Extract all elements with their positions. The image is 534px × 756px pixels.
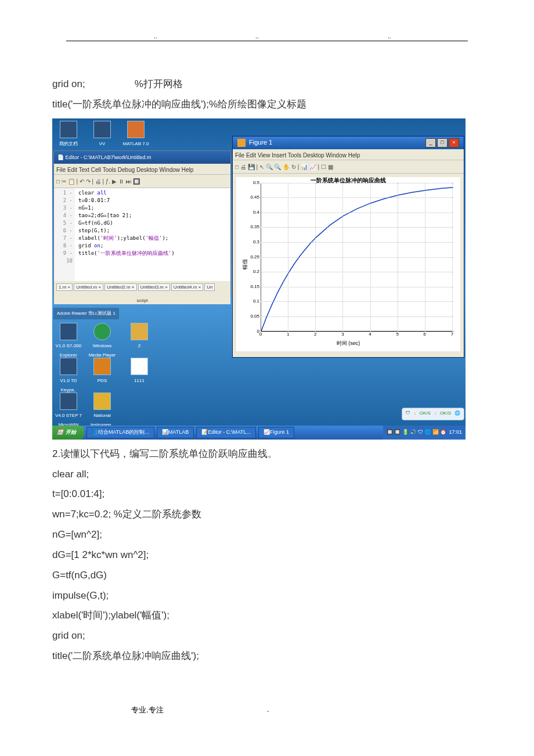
xtick: 3 (341, 330, 344, 339)
code-text: grid on; (52, 78, 85, 89)
editor-tabs[interactable]: 1.m ×Untitled.m ×Untitled2.m ×Untitled3.… (54, 281, 230, 295)
taskbar-button[interactable]: 📈 Figure 1 (258, 427, 294, 438)
code-line: grid on; (52, 626, 482, 646)
code-line: grid on; %打开网格 (52, 74, 482, 95)
code-line: title('一阶系统单位脉冲的响应曲线');%给所绘图像定义标题 (52, 95, 482, 115)
ytick: 0 (247, 326, 259, 336)
ytick: 0.4 (247, 208, 259, 217)
plot-area: 一阶系统单位脉冲的响应曲线 幅值 时间 (sec) 00.050.10.150.… (236, 177, 460, 351)
taskbar-button[interactable]: 📊 MATLAB (157, 427, 194, 438)
header-dot: .. (255, 33, 259, 39)
code-block: clear all;t=[0:0.01:4];wn=7;kc=0.2; %定义二… (52, 465, 482, 667)
xtick: 7 (451, 330, 453, 339)
xtick: 4 (369, 330, 371, 339)
taskbar[interactable]: 🪟 开始 📘 结合MATLAB的控制... 📊 MATLAB 📝 Editor … (52, 426, 466, 440)
header-dot: .. (154, 33, 157, 39)
matlab-icon (237, 139, 246, 147)
figure-window[interactable]: Figure 1 _ □ × File Edit View Insert Too… (232, 136, 464, 358)
figure-titlebar[interactable]: Figure 1 _ □ × (233, 136, 464, 149)
header-rule (66, 41, 468, 41)
desktop-icon[interactable]: V1.0 S7-200 Explorer (55, 323, 82, 361)
code-line: wn=7;kc=0.2; %定义二阶系统参数 (52, 505, 482, 525)
editor-status: script (54, 295, 230, 304)
editor-tab[interactable]: Untitled4.m × (171, 283, 203, 291)
editor-tab[interactable]: Un (204, 283, 215, 291)
code-line: clear all; (52, 465, 482, 485)
desktop-icon[interactable]: 我的文档 (55, 121, 82, 149)
matlab-screenshot: 我的文档 VV MATLAB 7.0 Adobe Reader 市Li.测试题 … (52, 118, 466, 440)
desktop-icon[interactable]: VV (88, 121, 116, 149)
ytick: 0.2 (247, 267, 259, 276)
desktop-icon[interactable]: MATLAB 7.0 (122, 121, 150, 149)
maximize-button[interactable]: □ (437, 138, 448, 147)
desktop-icon[interactable]: Windows Media Player (88, 323, 116, 361)
ytick: 0.35 (247, 222, 259, 232)
close-button[interactable]: × (449, 138, 459, 147)
taskbar-button[interactable]: 📘 结合MATLAB的控制... (86, 427, 154, 438)
status-pill: 🛡↓ OK/S↓ OK/S 🌐 (402, 408, 464, 420)
editor-body[interactable]: clear allt=0:0.01:7nG=1;tao=2;dG=[tao 2]… (75, 188, 178, 281)
code-line: t=[0:0.01:4]; (52, 484, 482, 505)
app-label: Adobe Reader 市Li.测试题 1 (53, 308, 119, 319)
header-dot: .. (388, 33, 391, 39)
ytick: 0.1 (247, 297, 259, 306)
xtick: 5 (396, 330, 398, 339)
shield-icon: 🛡 (406, 409, 410, 418)
xtick: 6 (424, 330, 426, 339)
code-line: impulse(G,t); (52, 586, 482, 606)
ytick: 0.45 (247, 193, 259, 202)
ytick: 0.25 (247, 252, 259, 261)
editor-tab[interactable]: Untitled3.m × (138, 283, 170, 291)
globe-icon: 🌐 (454, 409, 460, 418)
editor-titlebar[interactable]: 📄 Editor - C:\MATLAB7\work\Untitled.m (54, 151, 230, 164)
desktop-icon[interactable]: V1.0 TD Keypa.. (55, 358, 82, 395)
code-text: title('一阶系统单位脉冲的响应曲线'); (52, 99, 209, 110)
page-footer: 专业.专注 . (0, 705, 534, 715)
editor-tab[interactable]: Untitled.m × (74, 283, 103, 291)
code-line: title('二阶系统单位脉冲响应曲线'); (52, 646, 482, 667)
editor-tab[interactable]: 1.m × (56, 283, 73, 291)
code-comment: %打开网格 (135, 78, 183, 89)
desktop-icon[interactable]: National Instrumen.. (88, 393, 116, 430)
editor-gutter: 1 -2 -3 -4 -5 -6 -7 -8 -9 -10 (54, 188, 75, 281)
figure-toolbar[interactable]: □ 🖨 💾 | ↖ 🔍 🔍 ✋ ↻ | 📊 📈 | ☐ ▦ (233, 160, 464, 174)
code-line: xlabel('时间');ylabel('幅值'); (52, 606, 482, 626)
desktop-icon[interactable]: PDS (88, 358, 116, 386)
figure-menubar[interactable]: File Edit View Insert Tools Desktop Wind… (233, 149, 464, 160)
system-tray[interactable]: 🔲 🔲 🔋 🔊 🛡 🌐 📶 ⏰ 17:01 (383, 426, 466, 440)
editor-toolbar[interactable]: □ ✂ 📋 | ↶ ↷ | 🖨 | ƒ. ▶ ⏸ ⏭ 🔲 (54, 175, 230, 188)
ytick: 0.5 (247, 178, 259, 187)
code-line: G=tf(nG,dG) (52, 566, 482, 586)
ytick: 0.3 (247, 237, 259, 247)
ytick: 0.05 (247, 312, 259, 321)
editor-tab[interactable]: Untitled2.m × (104, 283, 136, 291)
code-comment: %给所绘图像定义标题 (209, 99, 306, 110)
desktop-icon[interactable]: 2 (125, 323, 153, 351)
xtick: 1 (287, 330, 289, 339)
xtick: 2 (314, 330, 316, 339)
minimize-button[interactable]: _ (425, 138, 436, 147)
start-button[interactable]: 🪟 开始 (52, 426, 84, 440)
code-line: dG=[1 2*kc*wn wn^2]; (52, 545, 482, 566)
question-text: 2.读懂以下代码，编写二阶系统单位阶跃响应曲线。 (52, 444, 482, 465)
editor-code[interactable]: 1 -2 -3 -4 -5 -6 -7 -8 -9 -10 clear allt… (54, 188, 230, 281)
xtick: 0 (259, 330, 262, 339)
ytick: 0.15 (247, 282, 259, 291)
taskbar-button[interactable]: 📝 Editor - C:\MATL... (196, 427, 256, 438)
editor-window[interactable]: 📄 Editor - C:\MATLAB7\work\Untitled.m Fi… (53, 150, 231, 297)
desktop-icon[interactable]: 1111 (125, 358, 153, 386)
plot-xlabel: 时间 (sec) (236, 338, 460, 348)
editor-menubar[interactable]: File Edit Text Cell Tools Debug Desktop … (54, 164, 230, 175)
code-line: nG=[wn^2]; (52, 525, 482, 545)
